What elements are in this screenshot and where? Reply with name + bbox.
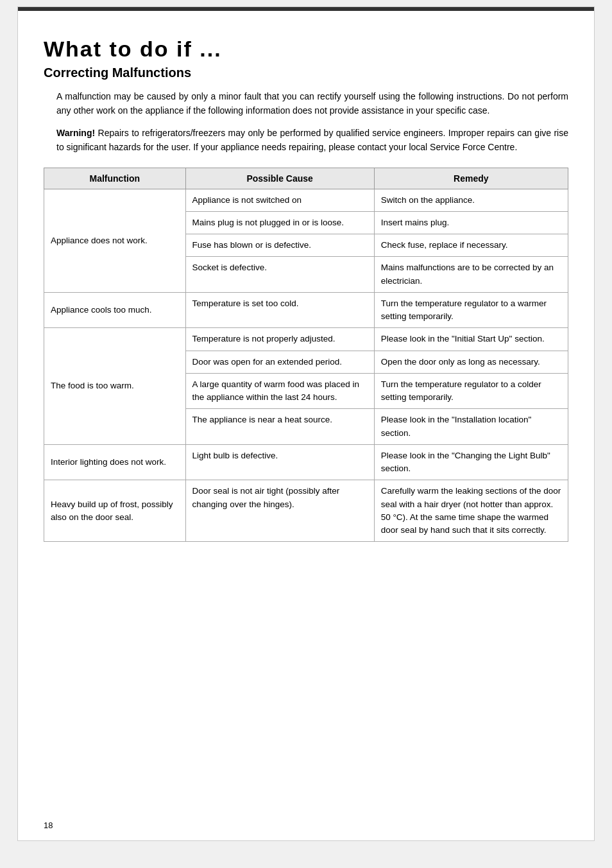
cause-cell: A large quantity of warm food was placed…: [185, 373, 374, 409]
section-title: Correcting Malfunctions: [44, 65, 568, 80]
remedy-cell: Check fuse, replace if necessary.: [374, 234, 568, 257]
table-row: Appliance cools too much.Temperature is …: [44, 292, 568, 328]
malfunction-cell: The food is too warm.: [44, 328, 186, 445]
cause-cell: Appliance is not switched on: [185, 189, 374, 211]
warning-body: Repairs to refrigerators/freezers may on…: [56, 128, 568, 152]
page-number: 18: [44, 820, 53, 830]
table-row: Appliance does not work.Appliance is not…: [44, 189, 568, 211]
remedy-cell: Switch on the appliance.: [374, 189, 568, 211]
malfunction-table: Malfunction Possible Cause Remedy Applia…: [44, 168, 568, 542]
cause-cell: Door seal is not air tight (possibly aft…: [185, 480, 374, 542]
intro-text: A malfunction may be caused by only a mi…: [56, 89, 568, 118]
remedy-cell: Please look in the "Changing the Light B…: [374, 444, 568, 480]
page: What to do if ... Correcting Malfunction…: [17, 6, 595, 841]
col-header-cause: Possible Cause: [185, 168, 374, 189]
page-title: What to do if ...: [44, 37, 568, 62]
remedy-cell: Open the door only as long as necessary.: [374, 351, 568, 373]
remedy-cell: Please look in the "Installation locatio…: [374, 409, 568, 445]
table-row: Interior lighting does not work.Light bu…: [44, 444, 568, 480]
cause-cell: Light bulb is defective.: [185, 444, 374, 480]
cause-cell: Door was open for an extended period.: [185, 351, 374, 373]
remedy-cell: Mains malfunctions are to be corrected b…: [374, 257, 568, 293]
col-header-remedy: Remedy: [374, 168, 568, 189]
table-row: The food is too warm.Temperature is not …: [44, 328, 568, 351]
top-border: [18, 7, 594, 11]
cause-cell: Temperature is not properly adjusted.: [185, 328, 374, 351]
col-header-malfunction: Malfunction: [44, 168, 186, 189]
table-row: Heavy build up of frost, possibly also o…: [44, 480, 568, 542]
remedy-cell: Carefully warm the leaking sections of t…: [374, 480, 568, 542]
malfunction-cell: Appliance does not work.: [44, 189, 186, 292]
cause-cell: Fuse has blown or is defective.: [185, 234, 374, 257]
malfunction-cell: Interior lighting does not work.: [44, 444, 186, 480]
remedy-cell: Please look in the "Initial Start Up" se…: [374, 328, 568, 351]
warning-label: Warning!: [56, 128, 95, 138]
cause-cell: Mains plug is not plugged in or is loose…: [185, 211, 374, 234]
cause-cell: Temperature is set too cold.: [185, 292, 374, 328]
remedy-cell: Turn the temperature regulator to a cold…: [374, 373, 568, 409]
malfunction-cell: Heavy build up of frost, possibly also o…: [44, 480, 186, 542]
malfunction-cell: Appliance cools too much.: [44, 292, 186, 328]
warning-text: Warning! Repairs to refrigerators/freeze…: [56, 126, 568, 155]
cause-cell: The appliance is near a heat source.: [185, 409, 374, 445]
remedy-cell: Turn the temperature regulator to a warm…: [374, 292, 568, 328]
cause-cell: Socket is defective.: [185, 257, 374, 293]
remedy-cell: Insert mains plug.: [374, 211, 568, 234]
